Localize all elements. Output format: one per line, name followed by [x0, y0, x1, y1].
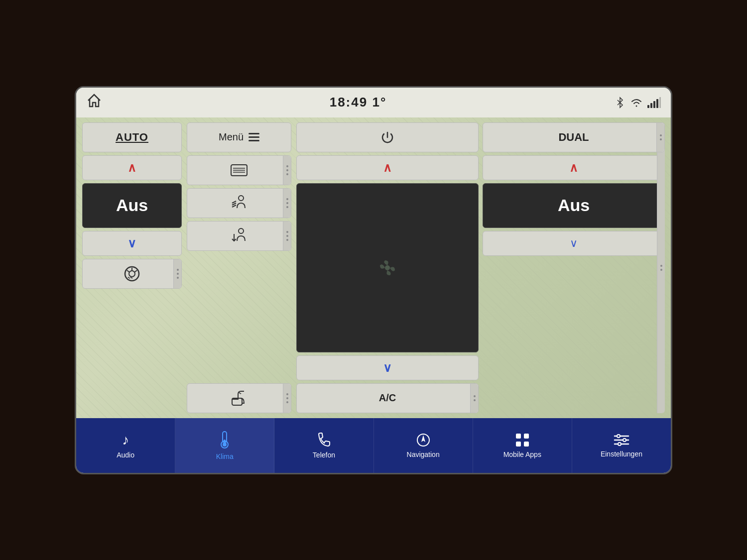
floor-vent-slider[interactable] — [283, 222, 291, 250]
power-slider[interactable] — [657, 122, 665, 413]
rear-defroster-slider[interactable] — [283, 156, 291, 185]
right-climate-zone: ∧ ∨ — [296, 122, 665, 413]
steering-heat-slider[interactable] — [173, 259, 181, 288]
face-vent-button[interactable] — [187, 188, 291, 218]
air-distribution-zone: Menü — [187, 122, 291, 413]
home-icon[interactable] — [86, 93, 102, 112]
nav-item-audio[interactable]: ♪ Audio — [76, 418, 175, 473]
svg-rect-30 — [524, 442, 529, 447]
svg-rect-28 — [524, 434, 529, 439]
nav-item-einstellungen[interactable]: Einstellungen — [572, 418, 671, 473]
wifi-icon — [630, 97, 643, 108]
rear-defroster-icon — [230, 163, 248, 178]
ac-button[interactable]: A/C — [296, 383, 479, 413]
right-temp-down-button[interactable]: ∨ — [483, 231, 665, 256]
fan-speed-zone: ∧ ∨ — [296, 122, 479, 413]
left-temp-display: Aus — [82, 183, 182, 228]
floor-vent-icon — [230, 227, 248, 245]
nav-item-klima[interactable]: Klima — [175, 418, 274, 473]
svg-rect-6 — [656, 99, 658, 108]
thermometer-icon — [217, 431, 232, 449]
nav-item-navigation[interactable]: Navigation — [374, 418, 473, 473]
climate-control-main: AUTO ∧ Aus ∨ — [76, 117, 671, 418]
right-temp-up-button[interactable]: ∧ — [483, 155, 665, 180]
status-bar: 18:49 1° — [76, 88, 671, 117]
seat-heater-icon — [230, 389, 248, 407]
seat-heater-slider[interactable] — [283, 384, 291, 413]
svg-line-12 — [134, 270, 137, 272]
svg-rect-4 — [650, 103, 652, 108]
auto-button[interactable]: AUTO — [82, 122, 182, 152]
ac-slider[interactable] — [470, 384, 478, 413]
power-button[interactable] — [296, 122, 479, 152]
svg-point-35 — [623, 439, 626, 442]
hamburger-icon — [249, 133, 259, 141]
steering-wheel-icon — [123, 265, 141, 283]
seat-heater-button[interactable] — [187, 383, 291, 413]
dual-slider[interactable] — [656, 123, 664, 152]
nav-item-telefon[interactable]: Telefon — [274, 418, 374, 473]
left-temp-zone: AUTO ∧ Aus ∨ — [82, 122, 182, 413]
rear-defroster-button[interactable] — [187, 155, 291, 185]
svg-point-17 — [239, 196, 244, 201]
power-icon — [380, 130, 394, 144]
svg-rect-5 — [653, 101, 655, 108]
right-temp-display: Aus — [483, 183, 665, 228]
svg-point-25 — [223, 443, 227, 447]
svg-rect-7 — [659, 97, 661, 108]
apps-icon — [515, 433, 530, 448]
nav-item-mobile-apps[interactable]: Mobile Apps — [473, 418, 572, 473]
status-time: 18:49 1° — [330, 95, 387, 110]
svg-point-18 — [239, 228, 244, 233]
svg-rect-3 — [647, 105, 649, 108]
svg-point-9 — [129, 271, 135, 277]
phone-icon — [317, 432, 331, 448]
status-icons — [614, 97, 661, 109]
car-infotainment-screen: 18:49 1° — [75, 86, 672, 474]
svg-point-21 — [385, 265, 390, 270]
svg-rect-27 — [516, 434, 521, 439]
svg-rect-29 — [516, 442, 521, 447]
audio-icon: ♪ — [122, 432, 129, 448]
bluetooth-icon — [614, 97, 626, 109]
left-temp-down-button[interactable]: ∨ — [82, 231, 182, 256]
svg-line-11 — [127, 270, 129, 272]
signal-icon — [647, 97, 661, 108]
steering-heat-button[interactable] — [82, 259, 182, 289]
nav-bar: ♪ Audio Klima Telefon Navi — [76, 418, 671, 473]
face-vent-slider[interactable] — [283, 189, 291, 218]
fan-display — [296, 183, 479, 352]
settings-icon — [614, 433, 629, 447]
fan-icon — [375, 255, 400, 280]
svg-point-34 — [617, 435, 620, 438]
menu-button[interactable]: Menü — [187, 122, 291, 152]
fan-up-button[interactable]: ∧ — [296, 155, 479, 180]
svg-point-36 — [618, 443, 621, 446]
fan-down-button[interactable]: ∨ — [296, 355, 479, 380]
right-temp-zone: DUAL ∧ Aus ∨ — [483, 122, 665, 413]
navigation-icon — [416, 433, 431, 448]
floor-vent-button[interactable] — [187, 221, 291, 251]
dual-button[interactable]: DUAL — [483, 122, 665, 152]
left-temp-up-button[interactable]: ∧ — [82, 155, 182, 180]
face-vent-icon — [230, 194, 248, 212]
